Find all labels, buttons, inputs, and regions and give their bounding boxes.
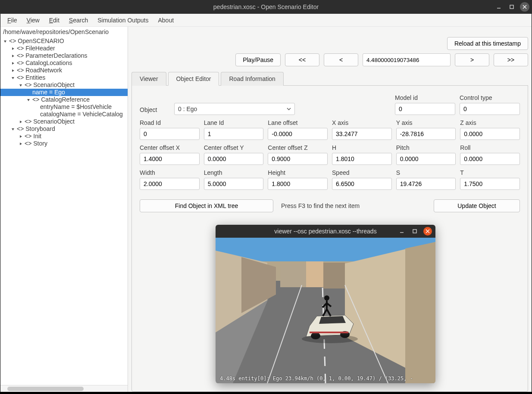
chevron-down-icon[interactable] [10,76,16,80]
control-type-label: Control type [460,94,520,101]
t-input[interactable] [460,178,520,190]
menu-view[interactable]: View [22,15,44,25]
xml-tree-panel: /home/wave/repositories/OpenScenario <> … [0,27,128,392]
length-label: Length [204,169,264,176]
width-input[interactable] [140,178,200,190]
chevron-right-icon[interactable] [10,47,16,50]
chevron-right-icon[interactable] [18,135,24,138]
horizontal-scrollbar[interactable] [0,385,128,392]
height-input[interactable] [268,178,328,190]
svg-point-34 [302,335,358,343]
svg-rect-5 [413,230,416,233]
chevron-down-icon[interactable] [25,98,31,102]
chevron-right-icon[interactable] [10,62,16,65]
s-input[interactable] [396,178,456,190]
speed-input[interactable] [332,178,392,190]
z-axis-label: Z axis [460,119,520,126]
roll-label: Roll [460,144,520,151]
viewer-window: viewer --osc pedestrian.xosc --threads [216,225,435,383]
center-offset-x-input[interactable] [140,153,200,165]
xml-tree[interactable]: <> OpenSCENARIO<> FileHeader<> Parameter… [0,37,128,385]
timestamp-input[interactable] [363,53,451,66]
tab-road-information[interactable]: Road Information [221,72,283,86]
chevron-down-icon[interactable] [18,84,24,87]
h-input[interactable] [332,153,392,165]
step-forward-button[interactable]: > [455,53,489,66]
menu-file[interactable]: File [3,15,22,25]
tree-row[interactable]: <> RoadNetwork [0,67,128,74]
lane-offset-input[interactable] [268,128,328,140]
fast-forward-button[interactable]: >> [494,53,528,66]
control-type-input[interactable] [460,103,520,115]
tree-label: <> ScenarioObject [24,81,75,89]
tree-row[interactable]: <> ScenarioObject [0,81,128,89]
tab-viewer[interactable]: Viewer [131,72,166,86]
object-combo[interactable]: 0 : Ego [174,103,295,115]
tree-row[interactable]: entryName = $HostVehicle [0,103,128,111]
svg-marker-16 [405,242,435,383]
maximize-icon[interactable] [507,2,516,12]
tree-row[interactable]: <> Storyboard [0,125,128,133]
chevron-down-icon[interactable] [10,127,16,131]
chevron-right-icon[interactable] [10,69,16,72]
length-input[interactable] [204,178,264,190]
width-label: Width [140,169,200,176]
tab-object-editor[interactable]: Object Editor [168,72,219,86]
svg-rect-19 [323,263,345,289]
chevron-right-icon[interactable] [10,54,16,58]
chevron-right-icon[interactable] [18,142,24,146]
tree-row[interactable]: <> ParameterDeclarations [0,52,128,59]
menu-search[interactable]: Search [65,15,92,25]
reload-button[interactable]: Reload at this timestamp [447,37,528,50]
tree-label: <> CatalogLocations [16,59,72,67]
minimize-icon[interactable] [494,2,504,12]
tree-row[interactable]: name = Ego [0,89,128,96]
lane-id-input[interactable] [204,128,264,140]
xml-file-path: /home/wave/repositories/OpenScenario [0,27,128,37]
roll-input[interactable] [460,153,520,165]
viewer-maximize-icon[interactable] [410,227,419,236]
step-back-button[interactable]: < [324,53,358,66]
tree-label: catalogName = VehicleCatalog [39,111,123,118]
tree-label: <> FileHeader [16,45,55,52]
y-axis-input[interactable] [396,128,456,140]
svg-marker-24 [319,316,346,324]
tree-label: <> ParameterDeclarations [16,52,87,59]
menu-about[interactable]: About [154,15,178,25]
z-axis-input[interactable] [460,128,520,140]
center-offset-y-input[interactable] [204,153,264,165]
tree-row[interactable]: <> CatalogLocations [0,59,128,67]
update-object-button[interactable]: Update Object [434,199,520,212]
center-offset-z-input[interactable] [268,153,328,165]
menu-edit[interactable]: Edit [45,15,64,25]
pitch-input[interactable] [396,153,456,165]
find-object-button[interactable]: Find Object in XML tree [140,199,273,212]
tree-label: <> Story [24,140,47,147]
tree-row[interactable]: <> CatalogReference [0,96,128,103]
lane-offset-label: Lane offset [268,119,328,126]
chevron-right-icon[interactable] [18,120,24,124]
rewind-button[interactable]: << [285,53,319,66]
chevron-down-icon[interactable] [2,40,8,43]
tree-row[interactable]: <> ScenarioObject [0,118,128,125]
center-offset-y-label: Center offset Y [204,144,264,151]
road-id-input[interactable] [140,128,200,140]
menubar: File View Edit Search Simulation Outputs… [0,14,532,27]
tree-row[interactable]: <> FileHeader [0,45,128,52]
tree-row[interactable]: <> OpenSCENARIO [0,37,128,45]
tree-row[interactable]: <> Init [0,133,128,140]
svg-rect-27 [310,332,348,333]
play-pause-button[interactable]: Play/Pause [235,53,281,66]
viewer-title: viewer --osc pedestrian.xosc --threads [274,228,376,235]
tree-row[interactable]: catalogName = VehicleCatalog [0,111,128,118]
viewer-close-icon[interactable] [423,227,432,236]
x-axis-input[interactable] [332,128,392,140]
window-controls [494,2,529,12]
viewer-3d-canvas[interactable] [216,238,435,383]
tree-row[interactable]: <> Entities [0,74,128,81]
close-icon[interactable] [520,2,529,12]
model-id-input[interactable] [395,103,455,115]
tree-row[interactable]: <> Story [0,140,128,147]
viewer-minimize-icon[interactable] [397,227,406,236]
menu-sim-outputs[interactable]: Simulation Outputs [93,15,153,25]
